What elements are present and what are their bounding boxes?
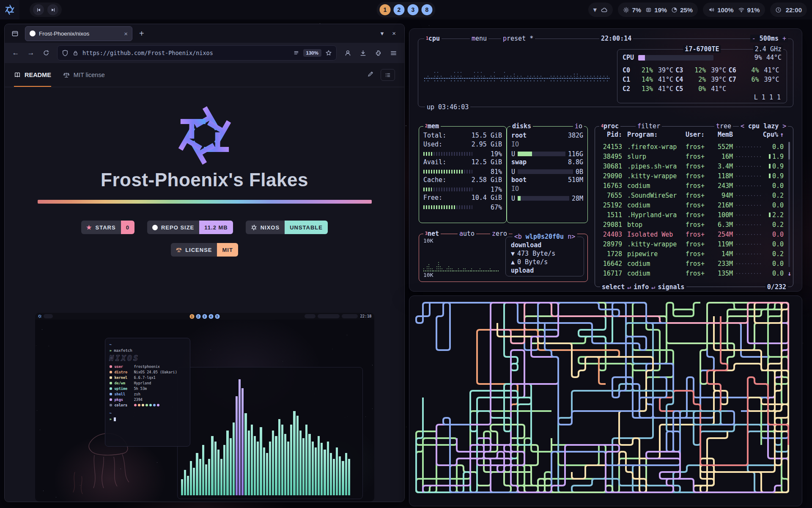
tab-readme[interactable]: README — [14, 63, 51, 87]
media-prev-button[interactable] — [33, 4, 44, 15]
speaker-icon — [708, 6, 715, 13]
badge-license[interactable]: LICENSEMIT — [171, 243, 238, 257]
visualizer-bar — [239, 379, 241, 495]
proc-footer-info[interactable]: info — [634, 283, 649, 291]
star — [36, 345, 36, 346]
proc-box-label[interactable]: 4proc — [599, 122, 620, 130]
cpu-box-label[interactable]: 1cpu — [424, 35, 442, 42]
workspace-button-1[interactable]: 1 — [380, 4, 391, 15]
badge-nixos[interactable]: NIXOSUNSTABLE — [246, 221, 328, 234]
net-auto-button[interactable]: auto — [458, 230, 476, 237]
mini-audio-widget — [342, 314, 358, 318]
media-next-button[interactable] — [47, 4, 58, 15]
process-row[interactable]: 16763codiumfros+243M0.0 — [599, 181, 784, 190]
visualizer-bar — [226, 431, 228, 495]
zoom-level-badge[interactable]: 130% — [303, 49, 321, 57]
list-all-tabs-icon[interactable]: ▾ — [381, 30, 384, 37]
extensions-icon[interactable] — [371, 46, 385, 60]
proc-footer-select[interactable]: select — [602, 283, 625, 291]
process-row[interactable]: 28979.kitty-wrappefros+119M0.0 — [599, 239, 784, 249]
process-row[interactable]: 24153.firefox-wrapfros+552M0.0 — [599, 142, 784, 152]
process-row[interactable]: 29081btopfros+6.3M0.2 — [599, 220, 784, 229]
process-row[interactable]: 1511.Hyprland-wrafros+100M2.2 — [599, 210, 784, 220]
edit-pencil-icon[interactable] — [367, 71, 374, 79]
shield-icon[interactable] — [62, 50, 69, 56]
system-stats-widget[interactable]: 7%19%25% — [618, 3, 698, 17]
scroll-down-icon[interactable]: ↓ — [787, 270, 791, 277]
workspace-button-3[interactable]: 3 — [408, 4, 419, 15]
tab-close-icon[interactable]: × — [124, 30, 128, 37]
badge-stars[interactable]: ★STARS0 — [81, 221, 134, 234]
star — [803, 343, 803, 343]
io-mode-button[interactable]: io — [573, 122, 584, 130]
bookmark-star-icon[interactable] — [325, 50, 332, 56]
firefox-view-icon[interactable] — [9, 28, 21, 39]
menu-icon[interactable] — [387, 46, 400, 60]
process-row[interactable]: 24403Isolated Webfros+254M0.0 — [599, 229, 784, 239]
process-row[interactable]: 16717codiumfros+135M0.0 — [599, 268, 784, 278]
preset-button[interactable]: preset * — [501, 35, 535, 42]
stat-value: 19% — [654, 6, 667, 14]
fetch-label: colors — [115, 402, 132, 408]
download-arrow-icon: ▼ — [511, 250, 515, 257]
proc-footer-signals[interactable]: signals — [658, 283, 684, 291]
back-button[interactable]: ← — [9, 46, 22, 60]
prompt-dir: ~ — [110, 411, 112, 415]
update-interval-control[interactable]: - 500ms + — [750, 35, 788, 42]
visualizer-bar — [260, 427, 262, 495]
reload-button[interactable] — [39, 46, 53, 60]
process-row[interactable]: 29090.kitty-wrappefros+118M0.9 — [599, 171, 784, 181]
process-row[interactable]: 16642codiumfros+233M0.0 — [599, 259, 784, 268]
visualizer-bar — [196, 453, 198, 495]
color-swatch — [142, 404, 144, 406]
disk-usage-row: U0B — [511, 167, 583, 176]
reader-mode-icon[interactable] — [293, 50, 299, 56]
workspace-button-8[interactable]: 8 — [422, 4, 433, 15]
menu-button[interactable]: menu — [470, 35, 488, 42]
process-row[interactable]: 38495slurpfros+16M1.9 — [599, 152, 784, 161]
browser-tab[interactable]: Frost-Phoenix/nixos × — [25, 26, 132, 41]
fetch-label: de/wm — [115, 380, 132, 386]
process-table-header[interactable]: Pid: Program: User: MemB Cpu% ↑ — [599, 131, 784, 138]
tab-license[interactable]: MIT license — [63, 63, 105, 87]
proc-scrollbar-thumb[interactable] — [788, 142, 790, 160]
lock-icon[interactable] — [72, 50, 79, 56]
workspace-button-2[interactable]: 2 — [394, 4, 405, 15]
process-row[interactable]: 30681.pipes.sh-wrafros+3.4M0.9 — [599, 161, 784, 171]
net-box-label[interactable]: 3net — [423, 230, 441, 237]
audio-network-widget[interactable]: 100%91% — [703, 3, 765, 17]
new-tab-button[interactable]: + — [137, 29, 147, 39]
sort-control[interactable]: < cpu lazy > — [739, 122, 788, 130]
account-icon[interactable] — [341, 46, 354, 60]
fetch-value: Hyprland — [134, 380, 151, 386]
process-row[interactable]: 7655.SoundWireSerfros+94M0.2 — [599, 190, 784, 200]
outline-button[interactable] — [381, 69, 395, 81]
visualizer-bar — [190, 461, 192, 495]
badge-repo-size[interactable]: REPO SIZE11.2 MB — [147, 221, 233, 234]
downloads-icon[interactable] — [356, 46, 370, 60]
url-bar[interactable]: https://github.com/Frost-Phoenix/nixos 1… — [57, 45, 337, 61]
window-close-icon[interactable]: × — [392, 30, 396, 37]
mem-meter: 67% — [423, 203, 502, 212]
visualizer-bar — [233, 422, 235, 495]
net-zero-button[interactable]: zero — [490, 230, 509, 237]
process-row[interactable]: 25192codiumfros+216M0.0 — [599, 200, 784, 210]
net-interface-label[interactable]: <b wlp0s20f0u n> — [513, 233, 577, 240]
clock-widget[interactable]: 22:00 — [770, 3, 807, 17]
net-scale-top: 10K — [423, 237, 433, 244]
forward-button[interactable]: → — [24, 46, 38, 60]
star — [365, 417, 366, 417]
tab-readme-label: README — [25, 72, 51, 78]
proc-scrollbar[interactable] — [788, 142, 790, 267]
weather-widget[interactable]: ▾ — [588, 3, 613, 17]
filter-button[interactable]: filter — [636, 122, 662, 130]
star — [406, 427, 406, 427]
process-row[interactable]: 1728pipewirefros+14M0.2 — [599, 249, 784, 259]
fetch-info-row: shellzsh — [110, 391, 186, 397]
disks-box-label[interactable]: disks — [510, 122, 533, 130]
mem-box-label[interactable]: 2mem — [423, 122, 441, 130]
tree-button[interactable]: tree — [714, 122, 733, 130]
visualizer-bar — [266, 453, 268, 495]
badge-value: UNSTABLE — [285, 221, 328, 234]
nixos-launcher-button[interactable] — [0, 0, 19, 19]
